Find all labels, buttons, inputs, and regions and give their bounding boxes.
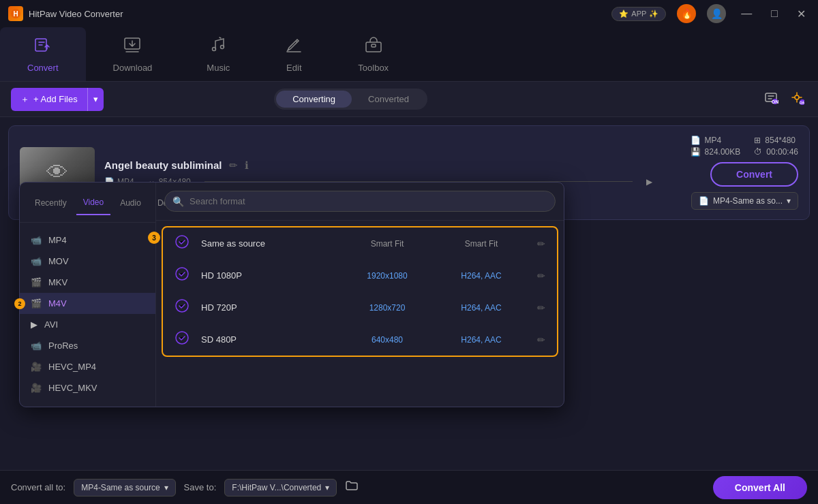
tab-audio[interactable]: Audio <box>113 191 148 215</box>
badge-star: ✨ <box>649 10 658 18</box>
clock-icon: ⏱ <box>754 147 762 157</box>
toolbox-nav-icon <box>364 35 383 59</box>
format-hevc-mkv[interactable]: 🎥 HEVC_MKV <box>20 377 155 398</box>
tab-toolbox[interactable]: Toolbox <box>331 27 416 81</box>
user-icon[interactable]: 👤 <box>707 4 726 23</box>
format-mkv[interactable]: 🎬 MKV <box>20 272 155 293</box>
convert-all-to-label: Convert all to: <box>11 482 65 492</box>
titlebar-left: H HitPaw Video Converter <box>8 6 123 21</box>
preset-480-res: 640x480 <box>343 335 431 345</box>
download-nav-icon <box>123 35 142 59</box>
edit-file-icon[interactable]: ✏ <box>229 159 238 172</box>
format-left-panel: Recently Video Audio Device Social Video… <box>20 183 156 407</box>
save-to-label: Save to: <box>184 482 217 492</box>
close-button[interactable]: ✕ <box>793 6 810 22</box>
convert-all-format-selector[interactable]: MP4-Same as source ▾ <box>74 479 175 497</box>
hevc-mp4-icon: 🎥 <box>31 362 42 372</box>
format-selector[interactable]: 📄 MP4-Same as so... ▾ <box>691 192 798 210</box>
svg-text:ON: ON <box>800 101 805 105</box>
minimize-button[interactable]: — <box>737 6 756 21</box>
badge-icon: ⭐ <box>619 10 628 18</box>
preset-480-label: SD 480P <box>201 334 337 345</box>
converted-tab[interactable]: Converted <box>352 91 425 108</box>
format-mp4[interactable]: 📹 MP4 <box>20 230 155 251</box>
prores-icon: 📹 <box>31 341 42 351</box>
format-mov[interactable]: 📹 MOV <box>20 251 155 272</box>
preset-1080-codec: H264, AAC <box>437 271 526 281</box>
preset-1080-label: HD 1080P <box>201 270 337 281</box>
convert-all-button[interactable]: Convert All <box>713 476 807 499</box>
speed-button[interactable]: ON <box>787 87 807 111</box>
main-content: 👁 Angel beauty subliminal ✏ ℹ 📄 MP4 ↔ 85… <box>0 117 818 470</box>
hevc-mkv-icon: 🎥 <box>31 383 42 393</box>
preset-same-icon <box>168 234 196 253</box>
preset-720-edit[interactable]: ✏ <box>531 302 551 313</box>
preset-same-label: Same as source <box>201 238 337 249</box>
add-files-label: + Add Files <box>33 94 78 104</box>
hardware-accel-button[interactable]: ON <box>761 87 781 111</box>
format-right-panel: 🔍 3 <box>156 183 564 407</box>
format-selector-icon: 📄 <box>699 196 709 206</box>
format-hevc-mp4[interactable]: 🎥 HEVC_MP4 <box>20 356 155 377</box>
upgrade-icon[interactable]: 🔥 <box>677 4 696 23</box>
preset-720-icon <box>168 298 196 317</box>
converting-tab[interactable]: Converting <box>276 91 352 108</box>
music-nav-icon <box>209 35 228 59</box>
play-icon: ▶ <box>646 177 652 187</box>
titlebar: H HitPaw Video Converter ⭐ APP ✨ 🔥 👤 — □… <box>0 0 818 27</box>
format-m4v[interactable]: 2 🎬 M4V <box>20 293 155 314</box>
open-folder-button[interactable] <box>345 479 359 496</box>
tab-edit[interactable]: Edit <box>257 27 331 81</box>
preset-480-codec: H264, AAC <box>437 335 526 345</box>
m4v-icon: 🎬 <box>31 298 42 309</box>
info-file-icon[interactable]: ℹ <box>245 159 249 172</box>
save-path-value: F:\HitPaw V...\Converted <box>232 483 321 492</box>
mp4-icon: 📹 <box>31 235 42 245</box>
tab-video[interactable]: Video <box>76 191 110 215</box>
mov-icon: 📹 <box>31 256 42 266</box>
toolbar: ＋ + Add Files ▾ Converting Converted ON … <box>0 82 818 117</box>
svg-point-4 <box>213 48 216 51</box>
svg-text:H: H <box>13 10 18 18</box>
tab-recently[interactable]: Recently <box>28 191 74 215</box>
save-path-selector[interactable]: F:\HitPaw V...\Converted ▾ <box>224 479 337 497</box>
tab-download[interactable]: Download <box>86 27 180 81</box>
add-files-button[interactable]: ＋ + Add Files ▾ <box>11 88 104 111</box>
format-icon-right: 📄 <box>691 136 701 145</box>
file-right-info: 📄 MP4 💾 824.00KB ⊞ 854*480 ⏱ 0 <box>691 136 798 157</box>
format-search-input[interactable] <box>164 191 556 212</box>
maximize-button[interactable]: □ <box>767 6 782 21</box>
m4v-badge: 2 <box>14 298 25 309</box>
format-selector-arrow: ▾ <box>787 196 791 206</box>
preset-hd720[interactable]: HD 720P 1280x720 H264, AAC ✏ <box>163 292 557 324</box>
status-toggle: Converting Converted <box>274 89 427 110</box>
tab-toolbox-label: Toolbox <box>358 63 389 73</box>
size-icon: 💾 <box>691 147 701 157</box>
svg-point-5 <box>221 46 224 49</box>
preset-sd480[interactable]: SD 480P 640x480 H264, AAC ✏ <box>163 324 557 356</box>
preset-same-as-source[interactable]: Same as source Smart Fit Smart Fit ✏ <box>163 227 557 259</box>
preset-1080-edit[interactable]: ✏ <box>531 270 551 281</box>
preset-same-res: Smart Fit <box>343 239 431 249</box>
tab-music-label: Music <box>207 63 230 73</box>
preset-same-edit[interactable]: ✏ <box>531 238 551 249</box>
format-avi[interactable]: ▶ AVI <box>20 314 155 335</box>
preset-480-edit[interactable]: ✏ <box>531 334 551 345</box>
tab-edit-label: Edit <box>286 63 301 73</box>
app-badge[interactable]: ⭐ APP ✨ <box>611 7 666 21</box>
tab-convert[interactable]: Convert <box>0 27 86 81</box>
svg-point-11 <box>795 95 799 99</box>
edit-nav-icon <box>284 35 303 59</box>
tab-music[interactable]: Music <box>179 27 257 81</box>
preset-hd1080[interactable]: HD 1080P 1920x1080 H264, AAC ✏ <box>163 259 557 292</box>
presets-badge: 3 <box>148 232 160 244</box>
add-files-dropdown-arrow[interactable]: ▾ <box>87 88 104 111</box>
mkv-icon: 🎬 <box>31 277 42 287</box>
format-picker: Recently Video Audio Device Social Video… <box>19 182 564 407</box>
titlebar-right: ⭐ APP ✨ 🔥 👤 — □ ✕ <box>611 4 810 23</box>
convert-button[interactable]: Convert <box>710 162 798 187</box>
preset-720-res: 1280x720 <box>343 303 431 313</box>
tab-convert-label: Convert <box>27 63 59 73</box>
convert-all-format-arrow: ▾ <box>164 483 168 492</box>
format-prores[interactable]: 📹 ProRes <box>20 335 155 356</box>
